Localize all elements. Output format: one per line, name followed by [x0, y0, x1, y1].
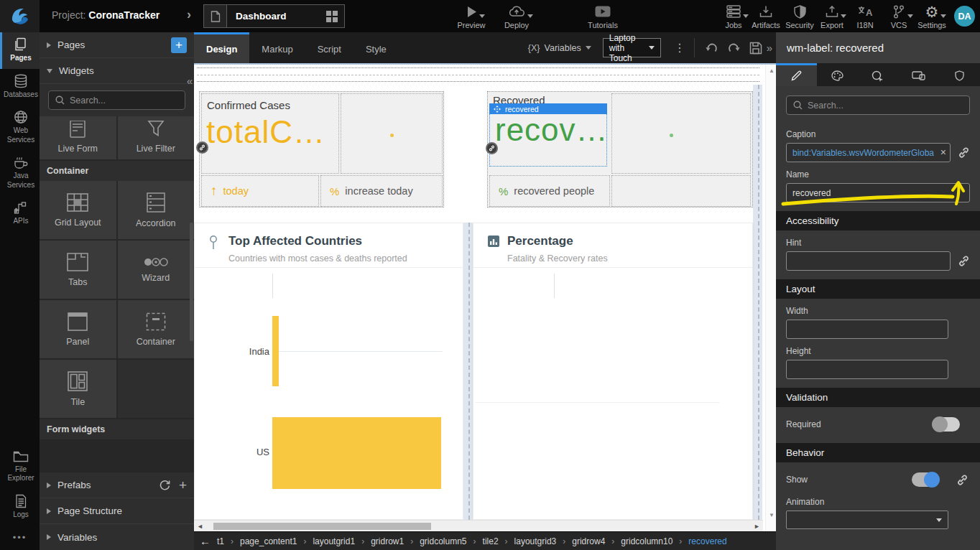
top-affected-countries-panel[interactable]: Top Affected Countries Countries with mo… [194, 223, 463, 520]
more-options-icon[interactable]: ••• [0, 525, 40, 550]
breadcrumb-item-active[interactable]: recovered [688, 536, 726, 546]
confirmed-cases-title[interactable]: Confirmed Cases [207, 99, 290, 111]
widget-tile-container[interactable]: Container [118, 300, 195, 358]
preview-button[interactable]: Preview [450, 4, 492, 29]
required-toggle[interactable] [933, 417, 960, 432]
confirmed-cases-card[interactable]: Confirmed Cases totalC… today %increase … [199, 91, 444, 208]
today-stat-cell[interactable]: today [201, 175, 319, 207]
page-structure-section-header[interactable]: Page Structure [40, 498, 194, 524]
scrollbar-thumb[interactable] [213, 523, 431, 530]
clear-binding-icon[interactable] [940, 146, 946, 159]
tab-properties[interactable] [776, 63, 817, 86]
widget-tile-live-filter[interactable]: Live Filter [118, 116, 195, 159]
breadcrumb-item[interactable]: page_content1 [240, 536, 297, 546]
widget-tile-accordion[interactable]: Accordion [118, 181, 195, 239]
more-canvas-options-icon[interactable] [671, 41, 688, 55]
total-cases-label[interactable]: totalC… [206, 114, 325, 150]
scroll-down-arrow-icon[interactable]: ▼ [769, 512, 775, 518]
refresh-icon[interactable] [160, 480, 170, 490]
widget-search-input[interactable] [70, 95, 178, 106]
vertical-scrollbar[interactable]: ▲ ▼ [765, 65, 776, 531]
breadcrumb-item[interactable]: layoutgrid3 [514, 536, 557, 546]
rail-item-databases[interactable]: Databases [0, 69, 40, 106]
widget-tile-live-form[interactable]: Live Form [40, 116, 116, 159]
tab-styles[interactable] [817, 63, 858, 86]
horizontal-scrollbar[interactable]: ◄ ► [194, 520, 763, 531]
breadcrumb-item[interactable]: gridcolumn5 [420, 536, 466, 546]
prefabs-section-header[interactable]: Prefabs [40, 472, 194, 498]
variables-button[interactable]: {X} Variables [528, 32, 591, 63]
bind-link-badge-icon[interactable] [196, 141, 208, 154]
panel-scrollbar[interactable] [190, 223, 193, 341]
page-header-placeholder[interactable] [197, 67, 759, 82]
scroll-right-arrow-icon[interactable]: ► [754, 523, 760, 530]
show-toggle[interactable] [912, 472, 939, 487]
recovered-people-stat-cell[interactable]: %recovered people [489, 175, 610, 207]
breadcrumb-item[interactable]: gridrow4 [572, 536, 605, 546]
percentage-panel[interactable]: Percentage Fatality & Recovery rates [473, 223, 753, 520]
chevron-right-icon[interactable]: › [187, 7, 191, 22]
widget-tile-panel[interactable]: Panel [40, 300, 116, 358]
scroll-up-arrow-icon[interactable]: ▲ [769, 67, 775, 74]
widgets-section-header[interactable]: Widgets [40, 58, 194, 84]
caption-input[interactable] [786, 143, 951, 162]
widget-tile-grid-layout[interactable]: Grid Layout [40, 181, 116, 239]
recovered-side-cell[interactable] [611, 93, 751, 174]
bind-hint-icon[interactable] [958, 255, 970, 267]
breadcrumb-item[interactable]: gridcolumn10 [621, 536, 672, 546]
properties-search-input[interactable] [808, 101, 963, 111]
settings-button[interactable]: Settings [911, 4, 953, 29]
bind-show-icon[interactable] [956, 474, 969, 486]
rail-item-file-explorer[interactable]: File Explorer [0, 445, 40, 489]
tab-design[interactable]: Design [194, 32, 249, 63]
recovered-empty-stat-cell[interactable] [611, 175, 751, 207]
device-select[interactable]: Laptop with Touch [603, 38, 661, 57]
breadcrumb-item[interactable]: t1 [217, 536, 224, 546]
page-tab-dashboard[interactable]: Dashboard [203, 4, 345, 28]
recovered-people-label[interactable]: recovered people [514, 185, 594, 197]
increase-today-stat-cell[interactable]: %increase today [320, 175, 443, 207]
page-layout-grid-icon[interactable] [326, 11, 338, 22]
collapse-right-panel-button[interactable] [767, 42, 776, 54]
breadcrumb-item[interactable]: gridrow1 [371, 536, 404, 546]
bind-caption-icon[interactable] [958, 146, 970, 159]
user-avatar[interactable]: DA [954, 6, 975, 27]
back-arrow-icon[interactable] [200, 535, 211, 547]
width-input[interactable] [786, 320, 948, 339]
widget-tile-wizard[interactable]: Wizard [118, 241, 195, 299]
confirmed-cases-side-cell[interactable] [341, 93, 443, 174]
hint-input[interactable] [786, 251, 951, 271]
increase-today-label[interactable]: increase today [345, 185, 412, 197]
tab-events[interactable] [858, 63, 899, 86]
rail-item-apis[interactable]: APIs [0, 195, 40, 232]
rail-item-pages[interactable]: Pages [0, 32, 40, 69]
animation-select[interactable] [786, 511, 948, 529]
tab-security[interactable] [939, 63, 980, 86]
breadcrumb-item[interactable]: tile2 [483, 536, 499, 546]
bind-link-badge-icon[interactable] [486, 142, 498, 154]
breadcrumb-item[interactable]: layoutgrid1 [313, 536, 355, 546]
selected-widget-bar[interactable]: recovered [489, 103, 607, 114]
rail-item-web-services[interactable]: Web Services [0, 105, 40, 150]
scroll-left-arrow-icon[interactable]: ◄ [197, 523, 203, 530]
add-page-button[interactable] [171, 37, 187, 53]
collapse-left-panel-button[interactable] [187, 75, 193, 87]
add-prefab-button[interactable] [179, 478, 187, 492]
confirmed-cases-cell[interactable]: Confirmed Cases totalC… [201, 93, 339, 174]
design-canvas[interactable]: Confirmed Cases totalC… today %increase … [194, 63, 776, 531]
rail-item-logs[interactable]: Logs [0, 489, 40, 526]
tab-script[interactable]: Script [305, 32, 353, 63]
widget-tile-tile[interactable]: Tile [40, 360, 116, 418]
tab-devices[interactable] [898, 63, 939, 86]
recovered-card[interactable]: Recovered recovered recov… %recovered pe… [487, 91, 753, 208]
height-input[interactable] [786, 360, 948, 379]
variables-section-header[interactable]: Variables [40, 524, 194, 550]
name-input[interactable] [786, 183, 970, 202]
rail-item-java-services[interactable]: Java Services [0, 150, 40, 195]
tutorials-button[interactable]: Tutorials [582, 4, 624, 29]
pages-section-header[interactable]: Pages [40, 32, 194, 58]
save-button[interactable] [745, 42, 767, 55]
tab-markup[interactable]: Markup [249, 32, 305, 63]
widget-tile-tabs[interactable]: Tabs [40, 241, 116, 299]
deploy-button[interactable]: Deploy [496, 4, 537, 29]
